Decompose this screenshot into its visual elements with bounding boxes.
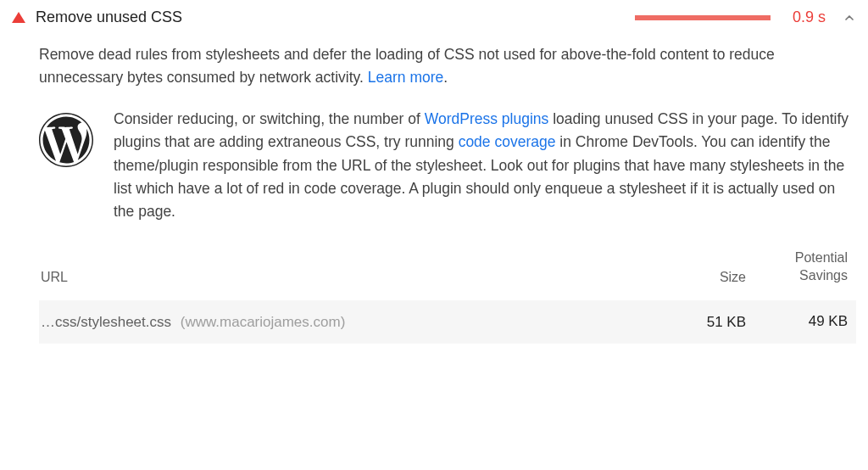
stack-pack: Consider reducing, or switching, the num… [39, 108, 856, 223]
stackpack-description: Consider reducing, or switching, the num… [114, 108, 856, 223]
cell-url: …css/stylesheet.css (www.macariojames.co… [41, 314, 661, 331]
column-header-size: Size [661, 270, 746, 285]
warning-triangle-icon [12, 12, 25, 23]
wordpress-plugins-link[interactable]: WordPress plugins [425, 110, 549, 127]
url-domain: (www.macariojames.com) [181, 314, 346, 330]
column-header-savings: Potential Savings [746, 249, 848, 285]
table-header: URL Size Potential Savings [39, 249, 856, 300]
audit-body: Remove dead rules from stylesheets and d… [0, 33, 868, 344]
code-coverage-link[interactable]: code coverage [459, 133, 556, 150]
chevron-up-icon[interactable] [843, 11, 856, 25]
stackpack-text-1: Consider reducing, or switching, the num… [114, 110, 425, 127]
url-path[interactable]: …css/stylesheet.css [41, 314, 171, 330]
column-header-url: URL [41, 270, 661, 285]
bar-gauge [635, 15, 771, 20]
cell-size: 51 KB [661, 314, 746, 331]
wordpress-icon [39, 113, 93, 167]
audit-header[interactable]: Remove unused CSS 0.9 s [0, 0, 868, 33]
cell-savings: 49 KB [746, 312, 848, 332]
audit-title: Remove unused CSS [36, 8, 625, 26]
savings-header-line1: Potential [746, 249, 848, 267]
audit-description: Remove dead rules from stylesheets and d… [39, 43, 856, 89]
table-row: …css/stylesheet.css (www.macariojames.co… [39, 300, 856, 344]
learn-more-link[interactable]: Learn more [368, 69, 444, 86]
time-value: 0.9 s [793, 8, 826, 26]
description-period: . [443, 69, 448, 86]
savings-header-line2: Savings [746, 266, 848, 285]
